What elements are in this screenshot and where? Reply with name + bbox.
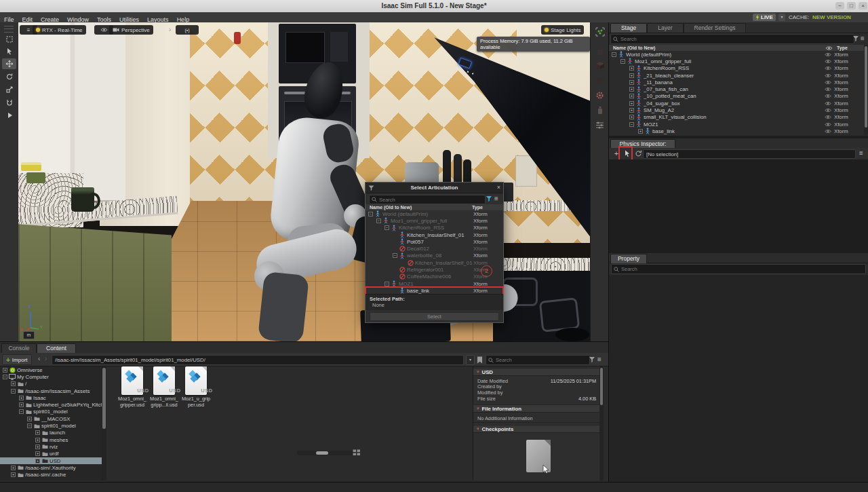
capture-button[interactable]: (•) [176, 25, 199, 35]
dialog-tree-row[interactable]: KitchenRoom_RSS Xform [366, 225, 503, 231]
articulation-selection-input[interactable] [644, 151, 855, 157]
expander-icon[interactable] [376, 219, 381, 223]
stage-filter-icon[interactable] [852, 35, 859, 42]
content-search[interactable] [486, 355, 590, 365]
add-button[interactable]: + [612, 149, 621, 158]
expander-icon[interactable] [27, 417, 32, 421]
expander-icon[interactable] [612, 52, 616, 57]
folder-tree-row[interactable]: Lightwheel_oz5iukPxYq_KitchenRo [0, 401, 102, 408]
folder-tree-row[interactable]: /isaac-sim/.Xauthority [0, 464, 102, 471]
type-column-label[interactable]: Type [837, 45, 864, 50]
tab-stage[interactable]: Stage [610, 23, 647, 33]
property-search-input[interactable] [621, 266, 863, 272]
expander-icon[interactable] [629, 94, 634, 98]
folder-tree-row[interactable]: Omniverse [0, 366, 102, 373]
visibility-eye-icon[interactable] [822, 129, 834, 134]
stage-tree-row[interactable]: _11_banana Xform [609, 79, 864, 86]
stage-tree-row[interactable]: _04_sugar_box Xform [609, 100, 864, 107]
visibility-eye-icon[interactable] [822, 94, 834, 98]
snap-tool-button[interactable] [2, 97, 16, 108]
expander-icon[interactable] [11, 466, 16, 470]
thumbnail-size-slider[interactable] [297, 451, 355, 455]
expander-icon[interactable] [11, 389, 16, 394]
path-dropdown-icon[interactable]: ▾ [466, 355, 475, 365]
renderer-selector[interactable]: RTX - Real-Time [33, 25, 86, 35]
stage-search-input[interactable] [620, 36, 852, 42]
expander-icon[interactable] [384, 225, 389, 230]
physics-settings-button[interactable] [594, 90, 606, 100]
cursor-tool-button[interactable] [2, 46, 16, 57]
adjustments-button[interactable] [594, 120, 606, 130]
expander-icon[interactable] [3, 375, 7, 379]
dialog-options-icon[interactable]: ≡ [494, 194, 498, 203]
units-badge[interactable]: m [23, 331, 35, 339]
expander-icon[interactable] [638, 129, 643, 134]
stage-tree-row[interactable]: MOZ1 Xform [609, 121, 864, 128]
usd-section-header[interactable]: ▾USD [473, 368, 600, 376]
move-tool-button[interactable] [2, 58, 16, 69]
expander-icon[interactable] [629, 108, 634, 113]
bookmark-icon[interactable] [477, 356, 483, 364]
file-information-section-header[interactable]: ▾File Information [473, 404, 600, 413]
mesh-tool-button[interactable] [594, 75, 606, 86]
dialog-tree-row[interactable]: Kitchen_InsularShelf_01 Xform [366, 231, 503, 238]
stage-tree-row[interactable]: small_KLT_visual_collision Xform [609, 114, 864, 121]
cube-tool-button[interactable] [594, 60, 606, 71]
paint-tool-button[interactable] [594, 105, 606, 115]
stage-tree-row[interactable]: Moz1_omni_gripper_full Xform [609, 58, 864, 64]
folder-tree-row[interactable]: /isaac-sim/.cache [0, 471, 102, 478]
live-sync-button[interactable]: LIVE [753, 14, 776, 21]
stage-tree-row[interactable]: _07_tuna_fish_can Xform [609, 86, 864, 92]
expander-icon[interactable] [35, 438, 40, 442]
folder-tree-row[interactable]: urdf [0, 451, 102, 457]
dialog-tree-row[interactable]: Moz1_omni_gripper_full Xform [366, 217, 503, 224]
expander-icon[interactable] [629, 87, 634, 92]
physics-options-icon[interactable]: ≡ [859, 149, 863, 157]
usd-file-tile[interactable]: USD Moz1_omni_gripper.usd [117, 366, 148, 408]
back-icon[interactable]: ‹ [38, 354, 40, 364]
usd-file-tile[interactable]: USD Moz1_omni_gripp...ll.usd [149, 366, 180, 408]
visibility-eye-icon[interactable] [822, 52, 834, 57]
play-button[interactable] [2, 110, 16, 121]
expander-icon[interactable] [629, 101, 634, 106]
viewport-3d[interactable]: ≡ RTX - Real-Time Perspective › (•) Stag… [18, 22, 590, 341]
expander-icon[interactable] [393, 253, 397, 258]
stage-tree-row[interactable]: SM_Mug_A2 Xform [609, 107, 864, 113]
dialog-tree-row[interactable]: MOZ1 Xform [366, 280, 503, 287]
expander-icon[interactable] [368, 212, 373, 216]
expander-icon[interactable] [11, 472, 16, 477]
dialog-search[interactable] [369, 195, 486, 204]
folder-tree-row[interactable]: __MACOSX [0, 415, 102, 422]
import-button[interactable]: + Import [2, 354, 32, 365]
expander-icon[interactable] [384, 282, 389, 286]
visibility-eye-icon[interactable] [822, 87, 834, 92]
content-search-input[interactable] [496, 357, 587, 363]
folder-tree-row[interactable]: /isaac-sim/Issacsim_Assets [0, 387, 102, 394]
dialog-title-bar[interactable]: Select Articulation × [366, 183, 503, 193]
select-mode-button[interactable] [2, 34, 16, 45]
folder-tree-row[interactable]: My Computer [0, 373, 102, 380]
visibility-eye-icon[interactable] [822, 73, 834, 78]
folder-tree-row[interactable]: USD [0, 457, 102, 464]
tab-layer[interactable]: Layer [647, 23, 684, 33]
visibility-eye-icon[interactable] [822, 80, 834, 85]
usd-file-tile[interactable]: USD Moz1_u_gripper.usd [180, 366, 212, 408]
select-button[interactable]: Select [370, 312, 499, 321]
dialog-search-input[interactable] [379, 197, 483, 203]
dialog-tree-row[interactable]: World (defaultPrim) Xform [366, 210, 503, 217]
camera-selector[interactable]: Perspective [109, 25, 153, 35]
stage-lights-button[interactable]: Stage Lights [541, 25, 584, 35]
expander-icon[interactable] [35, 444, 40, 449]
expander-icon[interactable] [629, 80, 634, 85]
visibility-eye-icon[interactable] [822, 115, 834, 119]
folder-tree-row[interactable]: launch [0, 430, 102, 436]
stage-options-icon[interactable]: ≡ [861, 34, 865, 43]
expander-icon[interactable] [19, 402, 24, 407]
tab-content[interactable]: Content [37, 343, 76, 353]
dialog-filter-active-icon[interactable] [486, 195, 492, 202]
grid-view-icon[interactable] [353, 449, 361, 456]
close-button[interactable]: × [859, 2, 867, 10]
folder-tree-scrollbar[interactable] [102, 366, 106, 480]
visibility-eye-icon[interactable] [822, 108, 834, 113]
expander-icon[interactable] [620, 59, 625, 64]
